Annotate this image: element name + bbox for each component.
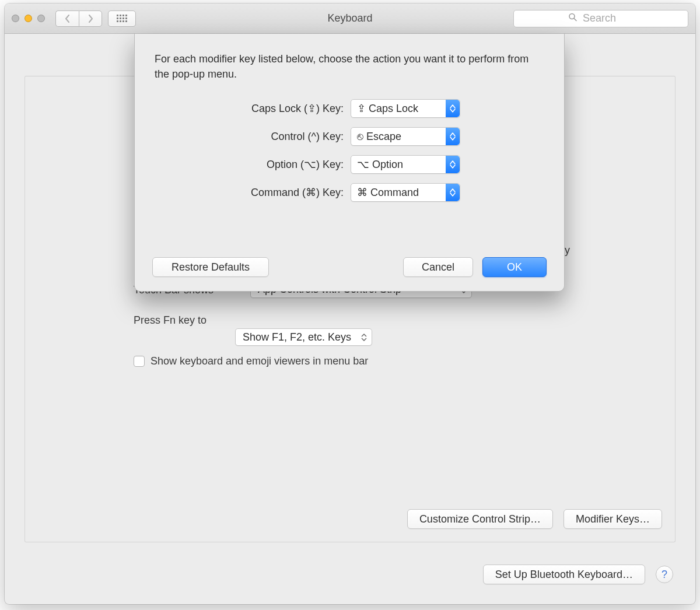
chevron-right-icon <box>88 15 93 23</box>
fn-select-value: Show F1, F2, etc. Keys <box>243 331 351 343</box>
minimize-button[interactable] <box>24 15 32 22</box>
titlebar: Keyboard <box>5 3 695 34</box>
sheet-form: Caps Lock (⇪) Key: ⇪ Caps Lock Control (… <box>155 99 544 202</box>
ok-button[interactable]: OK <box>482 257 547 277</box>
bluetooth-keyboard-button[interactable]: Set Up Bluetooth Keyboard… <box>483 565 645 584</box>
control-row: Control (^) Key: ⎋ Escape <box>209 127 544 146</box>
nav-buttons <box>55 10 102 27</box>
fn-label: Press Fn key to <box>134 314 206 327</box>
option-row: Option (⌥) Key: ⌥ Option <box>209 155 544 174</box>
emoji-viewer-checkbox[interactable] <box>134 356 145 367</box>
control-label: Control (^) Key: <box>209 131 344 143</box>
sheet-instructions: For each modifier key listed below, choo… <box>155 51 544 82</box>
show-all-button[interactable] <box>108 10 136 27</box>
command-label: Command (⌘) Key: <box>209 186 344 199</box>
back-button[interactable] <box>55 10 79 27</box>
capslock-row: Caps Lock (⇪) Key: ⇪ Caps Lock <box>209 99 544 118</box>
customize-control-strip-button[interactable]: Customize Control Strip… <box>407 509 553 529</box>
window-bottom-row: Set Up Bluetooth Keyboard… ? <box>483 565 673 584</box>
search-icon <box>568 12 578 24</box>
help-button[interactable]: ? <box>656 566 673 583</box>
updown-icon <box>360 332 368 342</box>
svg-line-1 <box>574 18 576 20</box>
updown-icon <box>446 128 460 145</box>
cancel-button[interactable]: Cancel <box>403 257 473 277</box>
capslock-label: Caps Lock (⇪) Key: <box>209 102 344 115</box>
modifier-keys-button[interactable]: Modifier Keys… <box>564 509 662 529</box>
search-input[interactable] <box>513 10 688 27</box>
emoji-viewer-checkbox-label: Show keyboard and emoji viewers in menu … <box>150 355 368 367</box>
traffic-lights <box>12 15 45 22</box>
chevron-left-icon <box>65 15 71 23</box>
option-select-value: ⌥ Option <box>357 158 403 171</box>
search-wrap <box>513 10 688 27</box>
fn-select[interactable]: Show F1, F2, etc. Keys <box>235 328 372 346</box>
control-select[interactable]: ⎋ Escape <box>351 127 460 146</box>
capslock-select[interactable]: ⇪ Caps Lock <box>351 99 460 118</box>
emoji-viewer-checkbox-row: Show keyboard and emoji viewers in menu … <box>134 355 368 367</box>
option-label: Option (⌥) Key: <box>209 158 344 171</box>
help-icon: ? <box>662 569 667 581</box>
updown-icon <box>446 156 460 173</box>
command-select-value: ⌘ Command <box>357 186 419 199</box>
zoom-button[interactable] <box>37 15 45 22</box>
panel-bottom-buttons: Customize Control Strip… Modifier Keys… <box>407 509 662 529</box>
preferences-window: Keyboard ty Touch Bar shows App Controls… <box>5 3 695 604</box>
close-button[interactable] <box>12 15 19 22</box>
restore-defaults-button[interactable]: Restore Defaults <box>152 257 269 277</box>
command-row: Command (⌘) Key: ⌘ Command <box>209 183 544 202</box>
updown-icon <box>446 100 460 117</box>
command-select[interactable]: ⌘ Command <box>351 183 460 202</box>
modifier-keys-sheet: For each modifier key listed below, choo… <box>134 34 565 292</box>
grid-icon <box>117 15 127 22</box>
updown-icon <box>446 184 460 201</box>
capslock-select-value: ⇪ Caps Lock <box>357 102 418 115</box>
option-select[interactable]: ⌥ Option <box>351 155 460 174</box>
sheet-buttons: Restore Defaults Cancel OK <box>152 257 547 277</box>
forward-button[interactable] <box>79 10 102 27</box>
control-select-value: ⎋ Escape <box>357 131 401 143</box>
